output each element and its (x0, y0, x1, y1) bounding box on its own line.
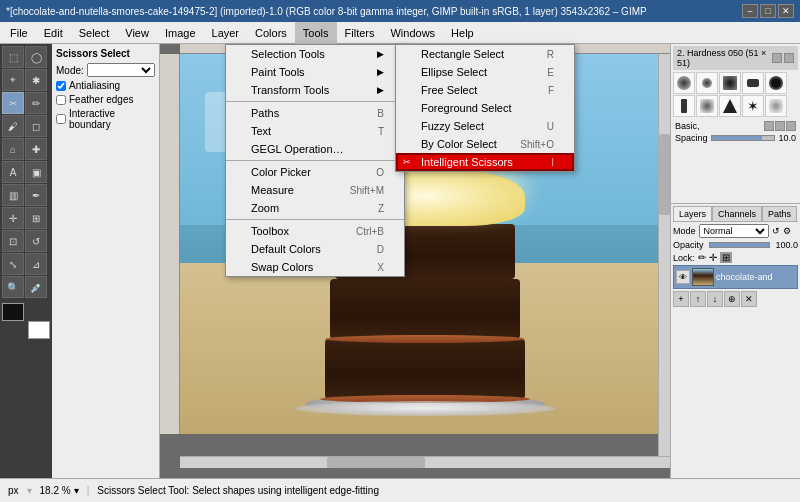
tools-menu-default-colors-shortcut: D (377, 244, 384, 255)
selection-free[interactable]: Free Select F (396, 81, 574, 99)
selection-intelligent-scissors-label: Intelligent Scissors (421, 156, 513, 168)
selection-fuzzy-label: Fuzzy Select (421, 120, 484, 132)
tools-menu-paths-shortcut: B (377, 108, 384, 119)
selection-intelligent-scissors[interactable]: ✂ Intelligent Scissors I (396, 153, 574, 171)
tools-menu-toolbox[interactable]: Toolbox Ctrl+B (226, 222, 404, 240)
selection-foreground-label: Foreground Select (421, 102, 512, 114)
selection-intelligent-scissors-shortcut: I (551, 157, 554, 168)
selection-by-color-shortcut: Shift+O (520, 139, 554, 150)
tools-menu-toolbox-label: Toolbox (251, 225, 289, 237)
tools-menu-swap-colors-shortcut: X (377, 262, 384, 273)
selection-rectangle[interactable]: Rectangle Select R (396, 45, 574, 63)
tools-menu-paths-label: Paths (251, 107, 279, 119)
tools-menu-measure-shortcut: Shift+M (350, 185, 384, 196)
selection-ellipse[interactable]: Ellipse Select E (396, 63, 574, 81)
tools-menu-zoom[interactable]: Zoom Z (226, 199, 404, 217)
selection-ellipse-shortcut: E (547, 67, 554, 78)
tools-menu-gegl-label: GEGL Operation… (251, 143, 344, 155)
selection-by-color-label: By Color Select (421, 138, 497, 150)
selection-fuzzy[interactable]: Fuzzy Select U (396, 117, 574, 135)
tools-menu-selection[interactable]: Selection Tools ▶ (226, 45, 404, 63)
tools-menu-default-colors-label: Default Colors (251, 243, 321, 255)
selection-free-label: Free Select (421, 84, 477, 96)
tools-menu-swap-colors[interactable]: Swap Colors X (226, 258, 404, 276)
tools-menu-text-shortcut: T (378, 126, 384, 137)
tools-menu-selection-label: Selection Tools (251, 48, 325, 60)
dropdown-overlay: Selection Tools ▶ Paint Tools ▶ Transfor… (0, 0, 800, 502)
selection-by-color[interactable]: By Color Select Shift+O (396, 135, 574, 153)
selection-free-shortcut: F (548, 85, 554, 96)
tools-dropdown-menu: Selection Tools ▶ Paint Tools ▶ Transfor… (225, 44, 405, 277)
tools-menu-toolbox-shortcut: Ctrl+B (356, 226, 384, 237)
tools-menu-paths[interactable]: Paths B (226, 104, 404, 122)
tools-menu-text[interactable]: Text T (226, 122, 404, 140)
tools-menu-transform-label: Transform Tools (251, 84, 329, 96)
selection-rectangle-shortcut: R (547, 49, 554, 60)
selection-ellipse-label: Ellipse Select (421, 66, 487, 78)
selection-rectangle-label: Rectangle Select (421, 48, 504, 60)
tools-menu-paint-label: Paint Tools (251, 66, 305, 78)
tools-menu-zoom-shortcut: Z (378, 203, 384, 214)
tools-menu-measure[interactable]: Measure Shift+M (226, 181, 404, 199)
selection-foreground[interactable]: Foreground Select (396, 99, 574, 117)
tools-separator-2 (226, 160, 404, 161)
selection-submenu: Rectangle Select R Ellipse Select E Free… (395, 44, 575, 172)
tools-menu-colorpicker[interactable]: Color Picker O (226, 163, 404, 181)
tools-menu-transform-arrow: ▶ (377, 85, 384, 95)
tools-menu-swap-colors-label: Swap Colors (251, 261, 313, 273)
selection-fuzzy-shortcut: U (547, 121, 554, 132)
tools-menu-selection-arrow: ▶ (377, 49, 384, 59)
tools-menu-transform[interactable]: Transform Tools ▶ (226, 81, 404, 99)
tools-menu-gegl[interactable]: GEGL Operation… (226, 140, 404, 158)
tools-menu-paint-arrow: ▶ (377, 67, 384, 77)
selection-intelligent-scissors-icon: ✂ (403, 157, 411, 167)
tools-menu-text-label: Text (251, 125, 271, 137)
tools-separator-3 (226, 219, 404, 220)
tools-menu-measure-label: Measure (251, 184, 294, 196)
tools-menu-zoom-label: Zoom (251, 202, 279, 214)
tools-menu-colorpicker-shortcut: O (376, 167, 384, 178)
tools-menu-colorpicker-label: Color Picker (251, 166, 311, 178)
tools-menu-default-colors[interactable]: Default Colors D (226, 240, 404, 258)
tools-menu-paint[interactable]: Paint Tools ▶ (226, 63, 404, 81)
tools-separator-1 (226, 101, 404, 102)
